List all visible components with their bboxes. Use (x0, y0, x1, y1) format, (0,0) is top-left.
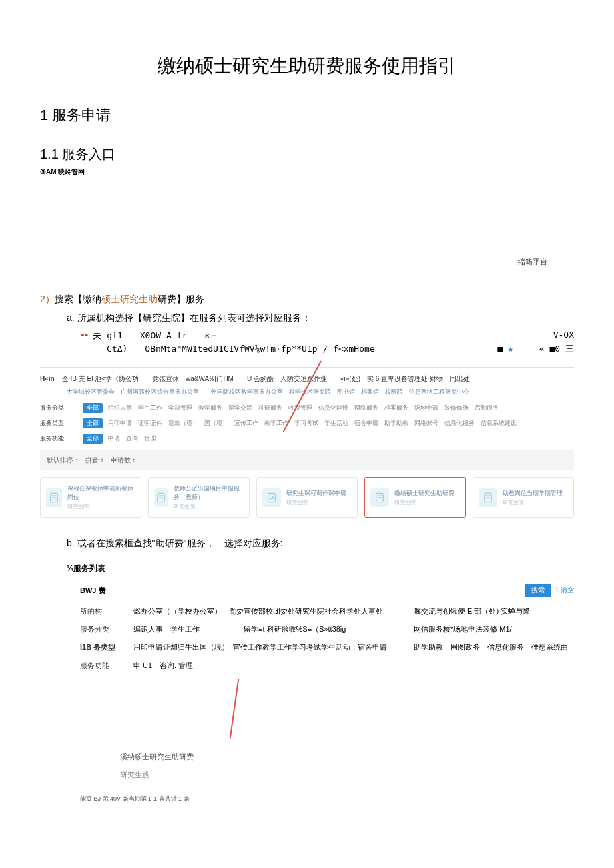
search-query-row: BWJ 费 搜索 1 清空 (80, 584, 574, 597)
org-subtab-row: 大学域校区管委会 广州国际校区综合事务办公室 广州国际校区教学事务办公室 科学技… (67, 388, 574, 396)
result-org: 研究生践 (120, 770, 574, 780)
document-icon (46, 488, 62, 507)
top-tab-row: H«in 全 IB 充 El 池<学《协公功 党弦宣休 wa&WA⅛[门HM U… (40, 374, 574, 384)
document-icon (370, 488, 389, 507)
service-card[interactable]: 研究生课程调停课申请研究生院 (256, 477, 358, 518)
tag-all[interactable]: 全部 (83, 403, 103, 413)
section-1-1: 1.1 服务入口 (40, 145, 574, 163)
step-2a: a. 所属机构选择【研究生院】在服务列表可选择对应服务： (67, 312, 574, 324)
tag-all[interactable]: 全部 (83, 418, 103, 428)
step-2-search: 2）搜索【缴纳硕士研究生助研费】服务 (40, 294, 574, 306)
filter-type-label: I1B 务类型 (80, 642, 133, 653)
search-result-card[interactable]: 溪纳硕士研究生助研费 研究生践 (120, 752, 574, 780)
document-icon (479, 488, 497, 507)
clear-link[interactable]: 1 清空 (555, 586, 574, 595)
service-list-heading: ¼服务列表 (67, 563, 574, 574)
page-title: 缴纳硕士研究生助研费服务使用指引 (40, 53, 574, 79)
service-card-row: 课程任课教师申请新教师岗位研究生院 教师公派出国项目申报服务（教师）研究生院 研… (40, 477, 574, 518)
search-button[interactable]: 搜索 (525, 584, 551, 597)
document-icon (154, 488, 168, 507)
service-card[interactable]: 课程任课教师申请新教师岗位研究生院 (40, 477, 141, 518)
browser-chrome-garble-1: •• 夫 gf1 X0OW A fr ×＋ V-OX (80, 330, 574, 342)
step-number: 2） (40, 294, 55, 304)
filter-type: 服务类型 全部 用印申请 证明证件 退出（境） 国（境） 宣传工作 教学工作 学… (40, 418, 574, 428)
service-card-highlighted[interactable]: 缴纳硕士研究生助研费研究生院 (364, 477, 466, 518)
search-keyword: 硕士研究生助 (101, 294, 158, 304)
platform-label: 缩籍平台 (40, 257, 574, 267)
service-catalog-screenshot: H«in 全 IB 充 El 池<学《协公功 党弦宣休 wa&WA⅛[门HM U… (40, 367, 574, 518)
service-card[interactable]: 教师公派出国项目申报服务（教师）研究生院 (148, 477, 250, 518)
star-icon: ★ (508, 344, 513, 354)
svg-rect-6 (268, 493, 276, 502)
filter-category: 服务分类 全部 组织人事 学生工作 学籍管理 教学服务 留学交流 科研服务 收费… (40, 403, 574, 413)
header-garble: ⑤AM 映岭管网 (40, 167, 574, 177)
result-title: 溪纳硕士研究生助研费 (120, 752, 574, 762)
annotation-arrow-icon (230, 679, 240, 738)
search-query-value: BWJ 费 (80, 586, 106, 596)
sort-bar[interactable]: 默认排序 ↕ 拼音 ↕ 申请数 ↕ (40, 450, 574, 470)
refresh-doc-icon (262, 488, 281, 507)
pagination-text: 能页 BJ 示 40V 条当勘第 1-1 条共计 1 条 (80, 795, 574, 803)
tag-all[interactable]: 全部 (83, 434, 103, 444)
browser-chrome-garble-2: CtΔ) OBnMtaᴹMW1tedU1C1VfWV⅛w!m·fp**U1p /… (107, 343, 574, 355)
filter-grid: 所的构 燃办公室（（学校办公室） 党委宣传部校团委处研究生院社会科学处人事处 嘱… (80, 606, 574, 739)
section-1: 1 服务申请 (40, 105, 574, 125)
filter-function: 服务功能 全部 申请 查询 管理 (40, 434, 574, 444)
service-card[interactable]: 助教岗位当期学期管理研究生院 (473, 477, 574, 518)
step-2b: b. 或者在搜索框查找"助研费"服务， 选择对应服务: (67, 538, 574, 550)
